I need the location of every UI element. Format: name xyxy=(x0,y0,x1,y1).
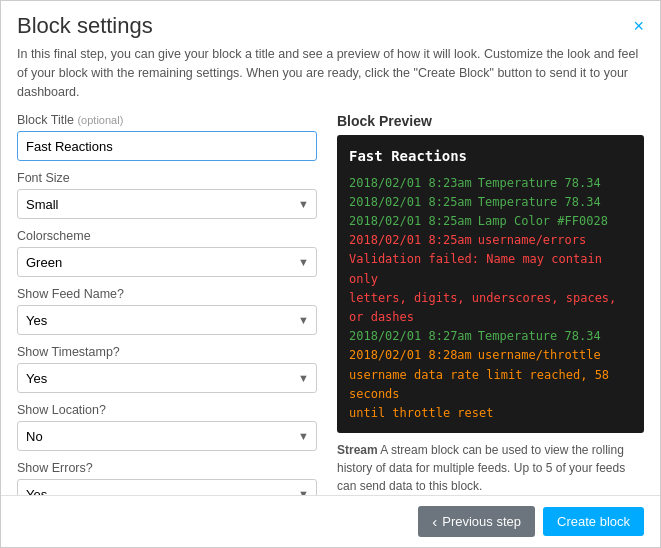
show-errors-select-wrapper: Yes No ▼ xyxy=(17,479,317,495)
log-orange-msg2: until throttle reset xyxy=(349,404,632,423)
log-line: 2018/02/01 8:23am Temperature 78.34 xyxy=(349,174,632,193)
log-time-orange: 2018/02/01 8:28am xyxy=(349,346,472,365)
content-area: Block Title (optional) Font Size Small M… xyxy=(17,113,644,495)
log-feed: Temperature 78.34 xyxy=(478,174,601,193)
show-location-select[interactable]: Yes No xyxy=(17,421,317,451)
modal-header: Block settings × xyxy=(1,1,660,45)
log-error-msg2: letters, digits, underscores, spaces, or… xyxy=(349,289,632,327)
log-time: 2018/02/01 8:25am xyxy=(349,193,472,212)
log-line: 2018/02/01 8:25am Lamp Color #FF0028 xyxy=(349,212,632,231)
log-time: 2018/02/01 8:23am xyxy=(349,174,472,193)
block-preview-label: Block Preview xyxy=(337,113,644,129)
close-button[interactable]: × xyxy=(633,17,644,35)
log-orange-msg: username data rate limit reached, 58 sec… xyxy=(349,366,632,404)
previous-step-button[interactable]: Previous step xyxy=(418,506,535,537)
show-timestamp-label: Show Timestamp? xyxy=(17,345,317,359)
log-line: 2018/02/01 8:25am username/errors xyxy=(349,231,632,250)
prev-button-label: Previous step xyxy=(442,514,521,529)
modal-container: Block settings × In this final step, you… xyxy=(0,0,661,548)
font-size-label: Font Size xyxy=(17,171,317,185)
show-feed-name-select[interactable]: Yes No xyxy=(17,305,317,335)
left-panel: Block Title (optional) Font Size Small M… xyxy=(17,113,317,495)
colorscheme-label: Colorscheme xyxy=(17,229,317,243)
description-text: In this final step, you can give your bl… xyxy=(17,45,644,101)
modal-body: In this final step, you can give your bl… xyxy=(1,45,660,495)
log-line: 2018/02/01 8:28am username/throttle xyxy=(349,346,632,365)
font-size-select-wrapper: Small Medium Large ▼ xyxy=(17,189,317,219)
preview-desc-bold: Stream xyxy=(337,443,378,457)
log-time2: 2018/02/01 8:27am xyxy=(349,327,472,346)
modal-title: Block settings xyxy=(17,13,153,39)
log-error-msg: Validation failed: Name may contain only xyxy=(349,250,632,288)
colorscheme-select[interactable]: Green Red Blue Yellow xyxy=(17,247,317,277)
show-errors-field: Show Errors? Yes No ▼ xyxy=(17,461,317,495)
create-block-button[interactable]: Create block xyxy=(543,507,644,536)
show-feed-name-select-wrapper: Yes No ▼ xyxy=(17,305,317,335)
show-location-select-wrapper: Yes No ▼ xyxy=(17,421,317,451)
right-panel: Block Preview Fast Reactions 2018/02/01 … xyxy=(337,113,644,495)
log-line: 2018/02/01 8:25am Temperature 78.34 xyxy=(349,193,632,212)
log-feed: Lamp Color #FF0028 xyxy=(478,212,608,231)
modal-footer: Previous step Create block xyxy=(1,495,660,547)
show-timestamp-field: Show Timestamp? Yes No ▼ xyxy=(17,345,317,393)
font-size-select[interactable]: Small Medium Large xyxy=(17,189,317,219)
block-title-field: Block Title (optional) xyxy=(17,113,317,161)
preview-title: Fast Reactions xyxy=(349,145,632,167)
chevron-left-icon xyxy=(432,513,437,530)
colorscheme-select-wrapper: Green Red Blue Yellow ▼ xyxy=(17,247,317,277)
log-feed-orange: username/throttle xyxy=(478,346,601,365)
show-errors-select[interactable]: Yes No xyxy=(17,479,317,495)
log-line: 2018/02/01 8:27am Temperature 78.34 xyxy=(349,327,632,346)
preview-desc-text: A stream block can be used to view the r… xyxy=(337,443,625,493)
log-time-error: 2018/02/01 8:25am xyxy=(349,231,472,250)
block-title-label: Block Title (optional) xyxy=(17,113,317,127)
log-feed: Temperature 78.34 xyxy=(478,193,601,212)
show-errors-label: Show Errors? xyxy=(17,461,317,475)
colorscheme-field: Colorscheme Green Red Blue Yellow ▼ xyxy=(17,229,317,277)
show-feed-name-label: Show Feed Name? xyxy=(17,287,317,301)
preview-box: Fast Reactions 2018/02/01 8:23am Tempera… xyxy=(337,135,644,433)
show-feed-name-field: Show Feed Name? Yes No ▼ xyxy=(17,287,317,335)
preview-description: Stream A stream block can be used to vie… xyxy=(337,441,644,495)
show-location-field: Show Location? Yes No ▼ xyxy=(17,403,317,451)
font-size-field: Font Size Small Medium Large ▼ xyxy=(17,171,317,219)
show-location-label: Show Location? xyxy=(17,403,317,417)
show-timestamp-select[interactable]: Yes No xyxy=(17,363,317,393)
block-title-input[interactable] xyxy=(17,131,317,161)
show-timestamp-select-wrapper: Yes No ▼ xyxy=(17,363,317,393)
log-feed2: Temperature 78.34 xyxy=(478,327,601,346)
log-time: 2018/02/01 8:25am xyxy=(349,212,472,231)
log-feed-error: username/errors xyxy=(478,231,586,250)
